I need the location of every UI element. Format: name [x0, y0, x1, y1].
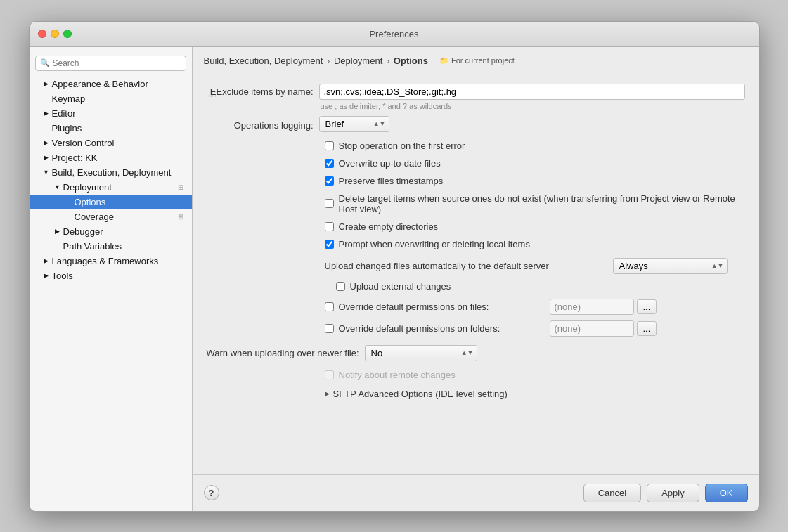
- operations-logging-select[interactable]: Brief Verbose None: [319, 116, 389, 132]
- sidebar-item-options[interactable]: Options: [30, 195, 192, 209]
- breadcrumb-part1: Build, Execution, Deployment: [204, 56, 323, 66]
- search-box[interactable]: 🔍: [35, 56, 186, 71]
- prompt-overwrite-row: Prompt when overwriting or deleting loca…: [207, 239, 745, 249]
- minimize-button[interactable]: [51, 30, 59, 38]
- arrow-icon: ▼: [52, 183, 63, 190]
- stop-on-error-checkbox[interactable]: [325, 141, 334, 150]
- operations-logging-row: Operations logging: Brief Verbose None ▲…: [207, 116, 745, 132]
- arrow-icon: ▼: [41, 169, 52, 176]
- upload-auto-label: Upload changed files automatically to th…: [325, 261, 606, 271]
- edit-icon: ⊞: [178, 213, 183, 221]
- breadcrumb-separator: ›: [327, 56, 332, 66]
- sidebar-item-debugger[interactable]: ▶ Debugger: [30, 224, 192, 239]
- operations-logging-label: Operations logging:: [207, 117, 319, 131]
- sidebar-item-languages-frameworks[interactable]: ▶ Languages & Frameworks: [30, 254, 192, 268]
- sidebar-item-label: Version Control: [52, 138, 186, 148]
- prompt-overwrite-label: Prompt when overwriting or deleting loca…: [339, 239, 530, 249]
- delete-target-row: Delete target items when source ones do …: [207, 193, 745, 214]
- sidebar-item-build-exec-deploy[interactable]: ▼ Build, Execution, Deployment: [30, 165, 192, 180]
- footer-buttons: Cancel Apply OK: [583, 484, 748, 502]
- sidebar-item-label: Keymap: [52, 93, 186, 104]
- sidebar-item-path-variables[interactable]: Path Variables: [30, 239, 192, 254]
- override-folders-input[interactable]: [550, 320, 634, 337]
- create-dirs-row: Create empty directories: [207, 221, 745, 232]
- sidebar-item-tools[interactable]: ▶ Tools: [30, 268, 192, 283]
- folder-icon: 📁: [439, 56, 449, 65]
- override-files-label: Override default permissions on files:: [339, 301, 550, 312]
- sftp-arrow-icon: ▶: [325, 390, 330, 397]
- sidebar-item-plugins[interactable]: Plugins: [30, 121, 192, 136]
- ok-button[interactable]: OK: [705, 484, 748, 502]
- search-icon: 🔍: [40, 58, 50, 67]
- close-button[interactable]: [38, 30, 46, 38]
- override-folders-browse-button[interactable]: ...: [637, 321, 657, 336]
- sidebar-item-label: Tools: [52, 271, 186, 281]
- warn-select-wrapper: No Yes ▲▼: [365, 345, 477, 361]
- breadcrumb: Build, Execution, Deployment › Deploymen…: [204, 56, 428, 66]
- notify-label: Notify about remote changes: [339, 370, 456, 380]
- notify-checkbox[interactable]: [325, 370, 334, 379]
- footer: ? Cancel Apply OK: [193, 474, 759, 511]
- preserve-timestamps-label: Preserve files timestamps: [339, 176, 444, 186]
- override-folders-row: Override default permissions on folders:…: [207, 320, 745, 337]
- overwrite-label: Overwrite up-to-date files: [339, 158, 441, 169]
- delete-target-checkbox[interactable]: [325, 199, 334, 208]
- override-files-input[interactable]: [550, 299, 634, 315]
- sidebar-item-coverage[interactable]: Coverage ⊞: [30, 209, 192, 224]
- maximize-button[interactable]: [63, 30, 72, 38]
- arrow-icon: ▶: [41, 139, 52, 146]
- upload-auto-select[interactable]: Always Never On explicit save action: [613, 258, 728, 274]
- override-folders-checkbox[interactable]: [325, 324, 334, 333]
- sidebar-item-label: Build, Execution, Deployment: [52, 167, 186, 178]
- cancel-button[interactable]: Cancel: [583, 484, 641, 502]
- override-files-browse-button[interactable]: ...: [637, 299, 657, 314]
- notify-row: Notify about remote changes: [207, 370, 745, 380]
- exclude-input[interactable]: [319, 84, 745, 100]
- sidebar-item-project-kk[interactable]: ▶ Project: KK: [30, 150, 192, 165]
- sidebar-item-version-control[interactable]: ▶ Version Control: [30, 136, 192, 150]
- main-content-area: 🔍 ▶ Appearance & Behavior Keymap ▶ Edito…: [30, 47, 759, 511]
- sidebar: 🔍 ▶ Appearance & Behavior Keymap ▶ Edito…: [30, 47, 193, 511]
- stop-on-error-row: Stop operation on the first error: [207, 141, 745, 151]
- sidebar-item-keymap[interactable]: Keymap: [30, 91, 192, 106]
- sidebar-item-label: Appearance & Behavior: [52, 79, 186, 89]
- warn-select[interactable]: No Yes: [365, 345, 477, 361]
- upload-external-checkbox[interactable]: [336, 282, 345, 291]
- sftp-label: SFTP Advanced Options (IDE level setting…: [333, 389, 508, 399]
- override-files-checkbox[interactable]: [325, 302, 334, 311]
- sidebar-item-label: Path Variables: [63, 241, 186, 252]
- sidebar-item-label: Debugger: [63, 226, 186, 237]
- overwrite-checkbox[interactable]: [325, 159, 334, 168]
- arrow-icon: ▶: [41, 154, 52, 161]
- overwrite-row: Overwrite up-to-date files: [207, 158, 745, 169]
- override-files-row: Override default permissions on files: .…: [207, 299, 745, 315]
- edit-icon: ⊞: [178, 183, 183, 191]
- sftp-row[interactable]: ▶ SFTP Advanced Options (IDE level setti…: [207, 389, 745, 399]
- help-button[interactable]: ?: [204, 485, 219, 500]
- sidebar-item-deployment[interactable]: ▼ Deployment ⊞: [30, 180, 192, 195]
- create-dirs-checkbox[interactable]: [325, 222, 334, 231]
- settings-content: EExclude items by name: use ; as delimit…: [193, 72, 759, 474]
- create-dirs-label: Create empty directories: [339, 221, 439, 232]
- for-current-project: 📁 For current project: [439, 56, 515, 65]
- apply-button[interactable]: Apply: [647, 484, 699, 502]
- exclude-hint: use ; as delimiter, * and ? as wildcards: [319, 102, 745, 110]
- preferences-window: Preferences 🔍 ▶ Appearance & Behavior Ke…: [29, 21, 760, 512]
- override-folders-label: Override default permissions on folders:: [339, 323, 550, 334]
- sidebar-item-label: Project: KK: [52, 153, 186, 163]
- traffic-lights: [38, 30, 72, 38]
- arrow-icon: ▶: [52, 228, 63, 235]
- search-input[interactable]: [53, 58, 181, 68]
- arrow-icon: ▶: [41, 110, 52, 117]
- breadcrumb-part2: Deployment: [334, 56, 382, 66]
- arrow-icon: ▶: [41, 257, 52, 264]
- main-header: Build, Execution, Deployment › Deploymen…: [193, 47, 759, 72]
- prompt-overwrite-checkbox[interactable]: [325, 240, 334, 249]
- arrow-icon: ▶: [41, 272, 52, 279]
- exclude-items-row: EExclude items by name: use ; as delimit…: [207, 84, 745, 110]
- sidebar-item-editor[interactable]: ▶ Editor: [30, 106, 192, 121]
- warn-row: Warn when uploading over newer file: No …: [207, 345, 745, 361]
- sidebar-item-appearance[interactable]: ▶ Appearance & Behavior: [30, 77, 192, 91]
- upload-auto-select-wrapper: Always Never On explicit save action ▲▼: [613, 258, 728, 274]
- preserve-timestamps-checkbox[interactable]: [325, 176, 334, 186]
